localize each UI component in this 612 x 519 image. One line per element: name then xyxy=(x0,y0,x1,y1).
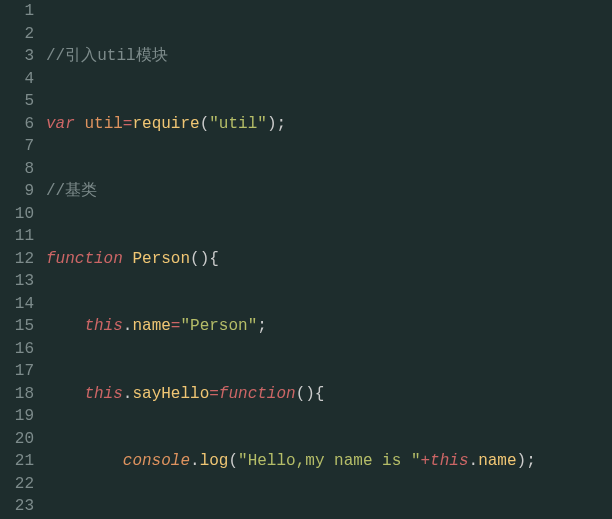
line-number: 2 xyxy=(6,23,34,46)
line-number: 17 xyxy=(6,360,34,383)
line-number: 16 xyxy=(6,338,34,361)
code-line[interactable]: function Person(){ xyxy=(46,248,612,271)
operator-token: = xyxy=(171,317,181,335)
operator-token: = xyxy=(209,385,219,403)
code-area[interactable]: //引入util模块 var util=require("util"); //基… xyxy=(46,0,612,519)
identifier-token: util xyxy=(84,115,122,133)
property-token: name xyxy=(132,317,170,335)
code-line[interactable]: //引入util模块 xyxy=(46,45,612,68)
keyword-token: function xyxy=(219,385,296,403)
line-number: 4 xyxy=(6,68,34,91)
line-number: 9 xyxy=(6,180,34,203)
line-number: 18 xyxy=(6,383,34,406)
punct-token: . xyxy=(190,452,200,470)
property-token: sayHello xyxy=(132,385,209,403)
punct-token: (){ xyxy=(190,250,219,268)
punct-token: ; xyxy=(276,115,286,133)
line-number: 5 xyxy=(6,90,34,113)
console-token: console xyxy=(123,452,190,470)
string-token: "util" xyxy=(209,115,267,133)
code-line[interactable]: this.sayHello=function(){ xyxy=(46,383,612,406)
line-number: 6 xyxy=(6,113,34,136)
code-editor[interactable]: 1234567891011121314151617181920212223 //… xyxy=(0,0,612,519)
this-token: this xyxy=(84,385,122,403)
punct-token: ; xyxy=(526,452,536,470)
code-line[interactable]: var util=require("util"); xyxy=(46,113,612,136)
this-token: this xyxy=(430,452,468,470)
line-number: 22 xyxy=(6,473,34,496)
keyword-token: function xyxy=(46,250,123,268)
line-number: 7 xyxy=(6,135,34,158)
line-number: 21 xyxy=(6,450,34,473)
line-number: 14 xyxy=(6,293,34,316)
punct-token: . xyxy=(469,452,479,470)
method-token: log xyxy=(200,452,229,470)
code-line[interactable]: this.name="Person"; xyxy=(46,315,612,338)
code-line[interactable]: console.log("Hello,my name is "+this.nam… xyxy=(46,450,612,473)
operator-token: + xyxy=(421,452,431,470)
line-number: 20 xyxy=(6,428,34,451)
punct-token: . xyxy=(123,385,133,403)
line-number: 19 xyxy=(6,405,34,428)
string-token: "Hello,my name is " xyxy=(238,452,420,470)
line-number: 11 xyxy=(6,225,34,248)
function-name-token: Person xyxy=(132,250,190,268)
line-number: 10 xyxy=(6,203,34,226)
line-number-gutter: 1234567891011121314151617181920212223 xyxy=(0,0,46,519)
line-number: 15 xyxy=(6,315,34,338)
punct-token: ( xyxy=(200,115,210,133)
code-line[interactable]: //基类 xyxy=(46,180,612,203)
punct-token: ; xyxy=(257,317,267,335)
property-token: name xyxy=(478,452,516,470)
punct-token: ( xyxy=(228,452,238,470)
function-token: require xyxy=(132,115,199,133)
line-number: 13 xyxy=(6,270,34,293)
line-number: 1 xyxy=(6,0,34,23)
line-number: 12 xyxy=(6,248,34,271)
line-number: 8 xyxy=(6,158,34,181)
line-number: 3 xyxy=(6,45,34,68)
comment-token: //基类 xyxy=(46,182,97,200)
operator-token: = xyxy=(123,115,133,133)
punct-token: ) xyxy=(517,452,527,470)
keyword-token: var xyxy=(46,115,75,133)
punct-token: (){ xyxy=(296,385,325,403)
comment-token: //引入util模块 xyxy=(46,47,168,65)
punct-token: . xyxy=(123,317,133,335)
line-number: 23 xyxy=(6,495,34,518)
string-token: "Person" xyxy=(180,317,257,335)
this-token: this xyxy=(84,317,122,335)
